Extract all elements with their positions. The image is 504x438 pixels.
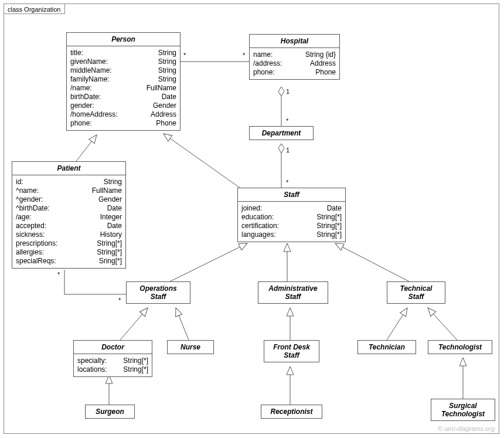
mult-department-one: 1 (286, 147, 290, 154)
class-staff: Staff joined:Dateeducation:String[*]cert… (237, 188, 346, 242)
watermark: © uml-diagrams.org (438, 425, 495, 432)
class-surg-tech-title: SurgicalTechnologist (431, 399, 495, 420)
attr-row: middleName:String (70, 66, 176, 75)
class-hospital-attrs: name:String {id}/address:Addressphone:Ph… (250, 48, 339, 79)
mult-person-hospital-a: * (183, 52, 186, 59)
attr-row: specialty:String[*] (77, 356, 148, 365)
attr-row: phone:Phone (70, 119, 176, 128)
attr-row: givenName:String (70, 57, 176, 66)
class-patient-attrs: id:String^name:FullName^gender:Gender^bi… (12, 175, 125, 268)
attr-row: id:String (16, 178, 122, 186)
class-staff-title: Staff (238, 188, 345, 202)
attr-row: ^name:FullName (16, 186, 122, 195)
attr-row: birthDate:Date (70, 93, 176, 101)
attr-row: gender:Gender (70, 101, 176, 110)
attr-row: ^birthDate:Date (16, 204, 122, 213)
attr-row: phone:Phone (253, 68, 336, 77)
mult-person-hospital-b: * (243, 52, 245, 59)
class-person: Person title:StringgivenName:Stringmiddl… (66, 32, 181, 131)
diagram-canvas: class Organization (0, 0, 504, 438)
class-nurse-title: Nurse (168, 341, 213, 354)
attr-row: locations:String[*] (77, 365, 148, 374)
class-technician-title: Technician (358, 341, 416, 354)
mult-staff-many: * (286, 179, 288, 186)
class-surgeon: Surgeon (85, 405, 135, 419)
class-staff-attrs: joined:Dateeducation:String[*]certificat… (238, 202, 345, 242)
attr-row: /address:Address (253, 59, 336, 68)
attr-row: specialReqs:Sring[*] (16, 257, 122, 266)
class-ops-staff-title: OperationsStaff (127, 282, 190, 303)
attr-row: accepted:Date (16, 222, 122, 230)
class-surgeon-title: Surgeon (86, 405, 134, 418)
attr-row: education:String[*] (241, 213, 342, 222)
mult-patient-ops-a: * (57, 271, 60, 278)
frame-label: class Organization (4, 4, 65, 14)
attr-row: /age:Integer (16, 213, 122, 222)
class-technician: Technician (357, 340, 416, 354)
class-doctor-attrs: specialty:String[*]locations:String[*] (74, 354, 152, 376)
mult-department-many: * (286, 117, 288, 124)
attr-row: name:String {id} (253, 50, 336, 59)
class-surg-tech: SurgicalTechnologist (431, 399, 495, 421)
attr-row: sickness:History (16, 230, 122, 239)
class-doctor: Doctor specialty:String[*]locations:Stri… (73, 340, 152, 377)
class-person-title: Person (67, 33, 180, 46)
class-receptionist-title: Receptionist (261, 405, 322, 418)
attr-row: ^gender:Gender (16, 195, 122, 204)
class-person-attrs: title:StringgivenName:StringmiddleName:S… (67, 46, 180, 130)
attr-row: allergies:String[*] (16, 248, 122, 257)
class-department-title: Department (250, 127, 313, 140)
class-front-desk-title: Front DeskStaff (264, 341, 319, 362)
class-doctor-title: Doctor (74, 341, 152, 354)
class-patient-title: Patient (12, 162, 125, 175)
class-department: Department (249, 126, 314, 140)
class-front-desk: Front DeskStaff (264, 340, 319, 362)
class-hospital-title: Hospital (250, 35, 339, 48)
class-nurse: Nurse (167, 340, 214, 354)
class-tech-staff: TechnicalStaff (387, 281, 445, 304)
mult-patient-ops-b: * (118, 297, 121, 304)
class-hospital: Hospital name:String {id}/address:Addres… (249, 34, 340, 80)
attr-row: /name:FullName (70, 84, 176, 93)
attr-row: title:String (70, 49, 176, 57)
class-patient: Patient id:String^name:FullName^gender:G… (12, 161, 126, 269)
attr-row: joined:Date (241, 204, 342, 213)
attr-row: prescriptions:String[*] (16, 239, 122, 248)
mult-hospital-one: 1 (286, 88, 290, 95)
attr-row: familyName:String (70, 75, 176, 84)
class-admin-staff: AdministrativeStaff (258, 281, 328, 304)
attr-row: /homeAddress:Address (70, 110, 176, 119)
class-ops-staff: OperationsStaff (126, 281, 190, 304)
attr-row: languages:String[*] (241, 230, 342, 239)
class-admin-staff-title: AdministrativeStaff (258, 282, 328, 303)
class-receptionist: Receptionist (261, 405, 322, 419)
class-technologist-title: Technologist (428, 341, 492, 354)
class-tech-staff-title: TechnicalStaff (387, 282, 445, 303)
attr-row: certification:String[*] (241, 222, 342, 230)
class-technologist: Technologist (428, 340, 492, 354)
